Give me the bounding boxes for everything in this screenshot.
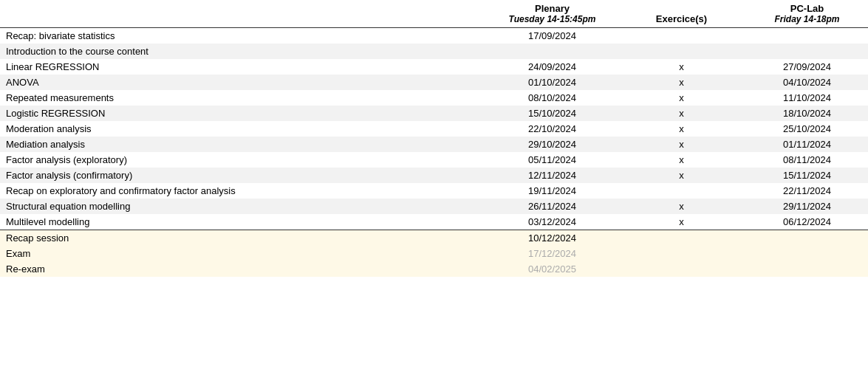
exercise-cell bbox=[617, 183, 746, 199]
pclab-cell: 01/11/2024 bbox=[746, 137, 868, 152]
topic-cell: Factor analysis (exploratory) bbox=[0, 152, 488, 168]
exercise-cell: x bbox=[617, 75, 746, 90]
plenary-date-cell bbox=[488, 44, 617, 59]
plenary-date-cell: 15/10/2024 bbox=[488, 106, 617, 121]
table-row: Factor analysis (exploratory)05/11/2024x… bbox=[0, 152, 868, 168]
plenary-date-cell: 26/11/2024 bbox=[488, 199, 617, 214]
pclab-column-header: PC-Lab Friday 14-18pm bbox=[746, 0, 868, 28]
topic-cell: Factor analysis (confirmatory) bbox=[0, 168, 488, 183]
topic-column-header bbox=[0, 0, 488, 28]
exercise-cell: x bbox=[617, 214, 746, 230]
pclab-cell bbox=[746, 261, 868, 277]
exercise-cell bbox=[617, 44, 746, 59]
exercise-cell: x bbox=[617, 106, 746, 121]
pclab-cell bbox=[746, 44, 868, 59]
pclab-cell: 11/10/2024 bbox=[746, 90, 868, 106]
plenary-date-cell: 03/12/2024 bbox=[488, 214, 617, 230]
plenary-date-cell: 17/09/2024 bbox=[488, 28, 617, 44]
exercise-cell: x bbox=[617, 59, 746, 75]
plenary-date-cell: 08/10/2024 bbox=[488, 90, 617, 106]
table-row: Repeated measurements08/10/2024x11/10/20… bbox=[0, 90, 868, 106]
topic-cell: Multilevel modelling bbox=[0, 214, 488, 230]
pclab-cell bbox=[746, 230, 868, 247]
exercise-cell: x bbox=[617, 199, 746, 214]
topic-cell: Recap on exploratory and confirmatory fa… bbox=[0, 183, 488, 199]
topic-cell: Linear REGRESSION bbox=[0, 59, 488, 75]
exercise-cell: x bbox=[617, 168, 746, 183]
table-row: ANOVA01/10/2024x04/10/2024 bbox=[0, 75, 868, 90]
topic-cell: Mediation analysis bbox=[0, 137, 488, 152]
plenary-column-header: Plenary Tuesday 14-15:45pm bbox=[488, 0, 617, 28]
exercise-cell bbox=[617, 28, 746, 44]
pclab-cell: 18/10/2024 bbox=[746, 106, 868, 121]
topic-cell: Structural equation modelling bbox=[0, 199, 488, 214]
exercise-cell: x bbox=[617, 152, 746, 168]
topic-cell: Repeated measurements bbox=[0, 90, 488, 106]
plenary-date-cell: 10/12/2024 bbox=[488, 230, 617, 247]
plenary-date-cell: 17/12/2024 bbox=[488, 246, 617, 261]
table-row: Exam17/12/2024 bbox=[0, 246, 868, 261]
plenary-date-cell: 04/02/2025 bbox=[488, 261, 617, 277]
plenary-date-cell: 24/09/2024 bbox=[488, 59, 617, 75]
pclab-cell: 22/11/2024 bbox=[746, 183, 868, 199]
pclab-cell: 15/11/2024 bbox=[746, 168, 868, 183]
table-row: Introduction to the course content bbox=[0, 44, 868, 59]
pclab-cell: 04/10/2024 bbox=[746, 75, 868, 90]
topic-cell: Recap session bbox=[0, 230, 488, 247]
exercises-column-header: Exercice(s) bbox=[617, 0, 746, 28]
pclab-cell bbox=[746, 246, 868, 261]
pclab-cell: 27/09/2024 bbox=[746, 59, 868, 75]
topic-cell: ANOVA bbox=[0, 75, 488, 90]
schedule-table: Plenary Tuesday 14-15:45pm Exercice(s) P… bbox=[0, 0, 868, 277]
table-row: Re-exam04/02/2025 bbox=[0, 261, 868, 277]
topic-cell: Introduction to the course content bbox=[0, 44, 488, 59]
plenary-date-cell: 01/10/2024 bbox=[488, 75, 617, 90]
pclab-cell bbox=[746, 28, 868, 44]
table-row: Mediation analysis29/10/2024x01/11/2024 bbox=[0, 137, 868, 152]
plenary-date-cell: 12/11/2024 bbox=[488, 168, 617, 183]
table-row: Multilevel modelling03/12/2024x06/12/202… bbox=[0, 214, 868, 230]
exercise-cell: x bbox=[617, 137, 746, 152]
table-row: Recap on exploratory and confirmatory fa… bbox=[0, 183, 868, 199]
table-row: Recap: bivariate statistics17/09/2024 bbox=[0, 28, 868, 44]
topic-cell: Re-exam bbox=[0, 261, 488, 277]
table-row: Structural equation modelling26/11/2024x… bbox=[0, 199, 868, 214]
exercise-cell bbox=[617, 261, 746, 277]
exercise-cell bbox=[617, 230, 746, 247]
topic-cell: Recap: bivariate statistics bbox=[0, 28, 488, 44]
topic-cell: Exam bbox=[0, 246, 488, 261]
table-row: Logistic REGRESSION15/10/2024x18/10/2024 bbox=[0, 106, 868, 121]
table-row: Linear REGRESSION24/09/2024x27/09/2024 bbox=[0, 59, 868, 75]
topic-cell: Logistic REGRESSION bbox=[0, 106, 488, 121]
exercise-cell: x bbox=[617, 90, 746, 106]
plenary-date-cell: 05/11/2024 bbox=[488, 152, 617, 168]
schedule-table-container: Plenary Tuesday 14-15:45pm Exercice(s) P… bbox=[0, 0, 868, 277]
plenary-date-cell: 19/11/2024 bbox=[488, 183, 617, 199]
pclab-cell: 25/10/2024 bbox=[746, 121, 868, 137]
plenary-date-cell: 29/10/2024 bbox=[488, 137, 617, 152]
table-row: Moderation analysis22/10/2024x25/10/2024 bbox=[0, 121, 868, 137]
pclab-cell: 06/12/2024 bbox=[746, 214, 868, 230]
pclab-cell: 29/11/2024 bbox=[746, 199, 868, 214]
topic-cell: Moderation analysis bbox=[0, 121, 488, 137]
table-row: Factor analysis (confirmatory)12/11/2024… bbox=[0, 168, 868, 183]
plenary-date-cell: 22/10/2024 bbox=[488, 121, 617, 137]
pclab-cell: 08/11/2024 bbox=[746, 152, 868, 168]
table-row: Recap session10/12/2024 bbox=[0, 230, 868, 247]
exercise-cell bbox=[617, 246, 746, 261]
exercise-cell: x bbox=[617, 121, 746, 137]
